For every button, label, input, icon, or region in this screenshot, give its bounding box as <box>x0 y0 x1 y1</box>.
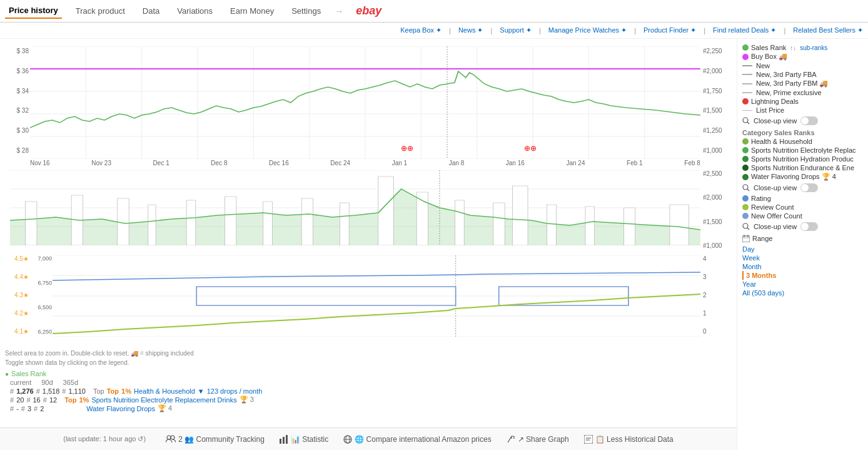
sub-ranks-link[interactable]: sub-ranks <box>800 44 827 51</box>
less-historical-data[interactable]: 📋 Less Historical Data <box>584 435 674 444</box>
close-up-label-2: Close-up view <box>754 184 797 192</box>
close-up-label-1: Close-up view <box>754 117 797 125</box>
legend-new-3p-fba[interactable]: New, 3rd Party FBA <box>742 71 863 78</box>
tab-track-product[interactable]: Track product <box>72 4 129 18</box>
svg-rect-39 <box>301 198 313 245</box>
svg-line-75 <box>747 228 749 230</box>
close-up-toggle-2[interactable] <box>800 183 818 192</box>
nav-related-sellers[interactable]: Related Best Sellers ✦ <box>793 26 863 34</box>
legend-sidebar: Sales Rank ↑↓ sub-ranks Buy Box 🚚 New Ne… <box>737 39 868 450</box>
sales-rank-chart[interactable]: #2,500 #2,000 #1,500 #1,000 <box>5 168 732 249</box>
svg-rect-40 <box>340 203 349 245</box>
tab-earn-money[interactable]: Earn Money <box>226 4 278 18</box>
new-prime-label: New, Prime exclusive <box>756 89 822 96</box>
chart-note: Select area to zoom in. Double-click to … <box>0 349 737 358</box>
legend-new-offer-count[interactable]: New Offer Count <box>742 212 863 220</box>
price-chart-svg <box>30 46 700 159</box>
statistic[interactable]: 📊 Statistic <box>280 435 328 444</box>
legend-sales-rank[interactable]: Sales Rank ↑↓ sub-ranks <box>742 44 863 51</box>
top-navigation: Price history Track product Data Variati… <box>0 0 868 23</box>
y-star-2: 4.4★ <box>5 274 29 280</box>
ebay-logo[interactable]: ebay <box>356 4 381 18</box>
close-up-toggle-3[interactable] <box>800 222 818 231</box>
price-chart[interactable]: $ 38 $ 36 $ 34 $ 32 $ 30 $ 28 <box>5 41 732 166</box>
tab-price-history[interactable]: Price history <box>5 3 62 19</box>
y-rank2-4: #1,000 <box>703 242 732 249</box>
share-graph[interactable]: ↗ Share Graph <box>507 435 569 444</box>
y-reviews-4: 6,250 <box>30 329 52 335</box>
category-sales-ranks-title: Category Sales Ranks <box>742 129 863 136</box>
stat-header-current: current <box>10 379 31 386</box>
legend-new-prime[interactable]: New, Prime exclusive <box>742 89 863 96</box>
stat-header-365d: 365d <box>63 379 78 386</box>
new-label: New <box>756 62 770 69</box>
x-label-4: Dec 8 <box>211 160 227 166</box>
search-icon-2 <box>742 184 750 192</box>
close-up-label-3: Close-up view <box>754 223 797 230</box>
close-up-row-3: Close-up view <box>742 222 863 231</box>
legend-rating[interactable]: Rating <box>742 195 863 202</box>
community-tracking[interactable]: 2 👥 Community Tracking <box>166 435 265 444</box>
svg-rect-35 <box>148 205 156 245</box>
range-year[interactable]: Year <box>742 280 863 289</box>
compare-prices[interactable]: 🌐 Compare international Amazon prices <box>343 435 491 444</box>
y-reviews-1: 7,000 <box>30 255 52 262</box>
water-flavoring-label: Water Flavoring Drops 🏆 4 <box>751 173 836 181</box>
range-month[interactable]: Month <box>742 262 863 271</box>
legend-review-count[interactable]: Review Count <box>742 203 863 211</box>
y-rank2-1: #2,500 <box>703 170 732 177</box>
keepa-navigation: Keepa Box ✦ | News ✦ | Support ✦ | Manag… <box>0 23 868 39</box>
svg-rect-49 <box>670 205 689 245</box>
rating-chart[interactable]: 4.5★ 4.4★ 4.3★ 4.2★ 4.1★ 7,000 6,750 6,5… <box>5 250 732 347</box>
chart-area: $ 38 $ 36 $ 34 $ 32 $ 30 $ 28 <box>0 39 737 450</box>
nav-find-deals[interactable]: Find related Deals ✦ <box>713 26 776 34</box>
nav-news[interactable]: News ✦ <box>458 26 483 34</box>
range-week[interactable]: Week <box>742 253 863 262</box>
bottom-stats: ● Sales Rank current 90d 365d # 1,276 # … <box>0 367 737 414</box>
x-label-10: Jan 24 <box>566 160 585 166</box>
legend-health-household[interactable]: Health & Household <box>742 138 863 145</box>
legend-sports-endurance[interactable]: Sports Nutrition Endurance & Ene <box>742 164 863 171</box>
legend-new-3p-fbm[interactable]: New, 3rd Party FBM 🚚 <box>742 79 863 88</box>
legend-lightning-deals[interactable]: Lightning Deals <box>742 98 863 105</box>
range-section: Range Day Week Month 3 Months Year All (… <box>742 235 863 297</box>
y-rank2-3: #1,500 <box>703 218 732 225</box>
legend-new[interactable]: New <box>742 62 863 69</box>
close-up-row-2: Close-up view <box>742 183 863 192</box>
legend-sports-hydration[interactable]: Sports Nutrition Hydration Produc <box>742 155 863 163</box>
nav-support[interactable]: Support ✦ <box>500 26 532 34</box>
nav-manage-watches[interactable]: Manage Price Watches ✦ <box>548 26 627 34</box>
new-3p-fbm-label: New, 3rd Party FBM 🚚 <box>756 79 828 88</box>
x-label-11: Feb 1 <box>627 160 643 166</box>
lightning-deal-1: ⊕⊕ <box>401 144 413 153</box>
stat-90d-2: 16 <box>33 396 41 404</box>
rating-label: Rating <box>751 195 771 202</box>
nav-arrow: → <box>335 6 343 16</box>
svg-point-74 <box>743 223 748 228</box>
sports-hydration-label: Sports Nutrition Hydration Produc <box>751 155 854 163</box>
update-info: (last update: 1 hour ago ↺) <box>63 435 146 443</box>
tab-data[interactable]: Data <box>139 4 163 18</box>
nav-product-finder[interactable]: Product Finder ✦ <box>643 26 696 34</box>
legend-buy-box[interactable]: Buy Box 🚚 <box>742 53 863 61</box>
svg-point-60 <box>171 436 174 439</box>
legend-list-price[interactable]: List Price <box>742 106 863 114</box>
tab-settings[interactable]: Settings <box>288 4 325 18</box>
search-icon-1 <box>742 117 750 125</box>
main-content: $ 38 $ 36 $ 34 $ 32 $ 30 $ 28 <box>0 39 868 450</box>
y-rank-6: #1,000 <box>703 147 732 154</box>
range-3months[interactable]: 3 Months <box>742 271 863 280</box>
keepa-box[interactable]: Keepa Box ✦ <box>400 26 442 34</box>
tab-variations[interactable]: Variations <box>173 4 216 18</box>
legend-water-flavoring[interactable]: Water Flavoring Drops 🏆 4 <box>742 173 863 181</box>
range-day[interactable]: Day <box>742 245 863 253</box>
svg-point-72 <box>743 185 748 190</box>
sales-rank-text: Sales Rank <box>11 370 46 377</box>
range-all[interactable]: All (503 days) <box>742 289 863 297</box>
x-label-7: Jan 1 <box>392 160 407 166</box>
close-up-row-1: Close-up view <box>742 116 863 125</box>
y-price-6: $ 28 <box>5 147 29 154</box>
close-up-toggle-1[interactable] <box>800 116 818 125</box>
stat-365d-3: 2 <box>40 405 44 412</box>
legend-sports-electrolyte[interactable]: Sports Nutrition Electrolyte Replac <box>742 146 863 154</box>
